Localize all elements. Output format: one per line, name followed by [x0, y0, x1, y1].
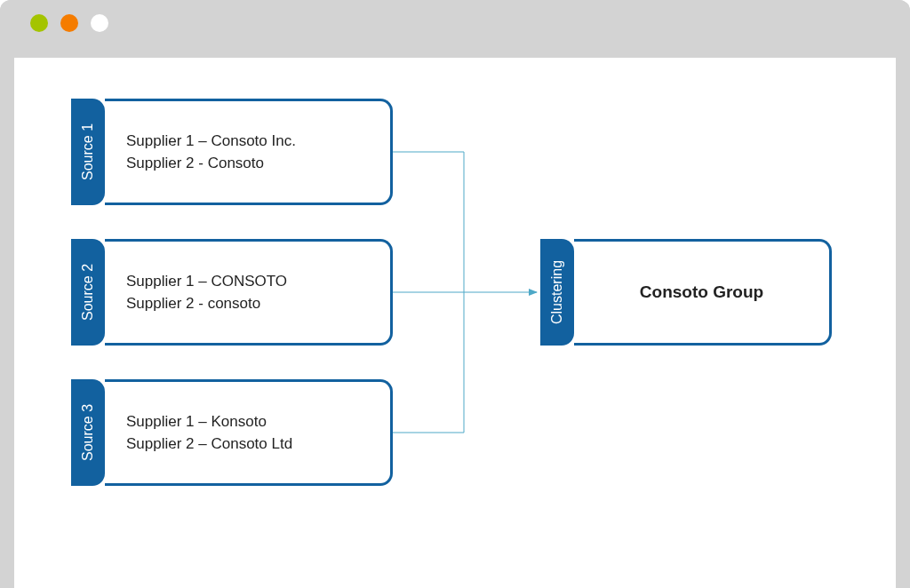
source-3-line-2: Supplier 2 – Consoto Ltd — [126, 433, 390, 456]
window-titlebar — [0, 0, 910, 46]
source-body-2: Supplier 1 – CONSOTO Supplier 2 - consot… — [105, 239, 393, 346]
source-label-3: Source 3 — [80, 404, 96, 461]
content-area: Source 1 Supplier 1 – Consoto Inc. Suppl… — [14, 58, 896, 588]
source-body-1: Supplier 1 – Consoto Inc. Supplier 2 - C… — [105, 99, 393, 205]
window-dot-white — [91, 14, 108, 32]
source-tab-1: Source 1 — [71, 99, 105, 205]
source-box-2: Source 2 Supplier 1 – CONSOTO Supplier 2… — [71, 239, 393, 346]
source-2-line-1: Supplier 1 – CONSOTO — [126, 270, 390, 293]
source-1-line-2: Supplier 2 - Consoto — [126, 152, 390, 175]
source-1-line-1: Supplier 1 – Consoto Inc. — [126, 130, 390, 153]
source-2-line-2: Supplier 2 - consoto — [126, 292, 390, 315]
cluster-label: Clustering — [549, 260, 565, 324]
cluster-body: Consoto Group — [574, 239, 832, 346]
source-3-line-1: Supplier 1 – Konsoto — [126, 410, 390, 433]
source-label-1: Source 1 — [80, 123, 96, 180]
source-body-3: Supplier 1 – Konsoto Supplier 2 – Consot… — [105, 379, 393, 486]
browser-window: Source 1 Supplier 1 – Consoto Inc. Suppl… — [0, 0, 910, 588]
source-tab-3: Source 3 — [71, 379, 105, 486]
source-tab-2: Source 2 — [71, 239, 105, 346]
cluster-result: Consoto Group — [640, 282, 763, 302]
source-box-1: Source 1 Supplier 1 – Consoto Inc. Suppl… — [71, 99, 393, 205]
source-label-2: Source 2 — [80, 264, 96, 321]
cluster-box: Clustering Consoto Group — [540, 239, 832, 346]
diagram-panel: Source 1 Supplier 1 – Consoto Inc. Suppl… — [46, 83, 864, 588]
window-dot-green — [30, 14, 48, 32]
window-dot-orange — [60, 14, 78, 32]
cluster-tab: Clustering — [540, 239, 574, 346]
source-box-3: Source 3 Supplier 1 – Konsoto Supplier 2… — [71, 379, 393, 486]
